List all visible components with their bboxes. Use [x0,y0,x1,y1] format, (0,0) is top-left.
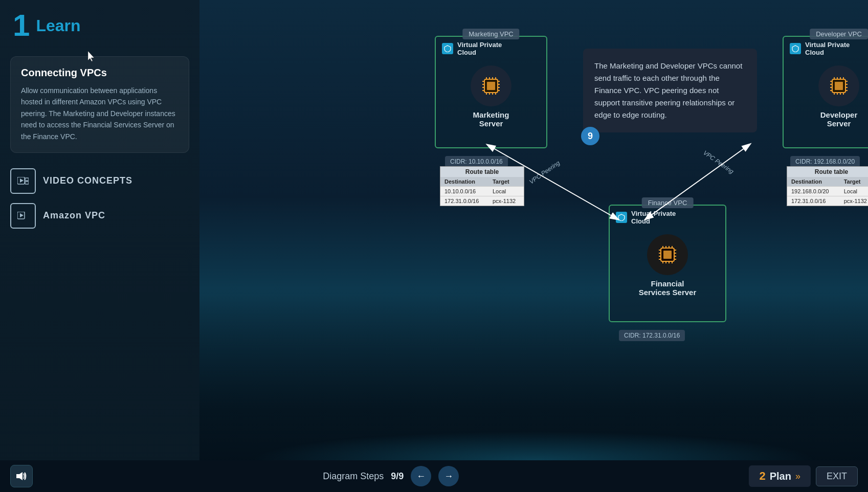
developer-shield-icon [790,43,801,54]
card-body: Allow communication between applications… [21,85,179,142]
marketing-rt-row1: 10.10.0.0/16 Local [440,187,524,196]
marketing-route-table: Route table Destination Target 10.10.0.0… [440,166,524,206]
developer-vpc-title2: Cloud [805,49,850,56]
marketing-vpc-tag: Marketing VPC [462,29,519,39]
marketing-cidr: CIDR: 10.10.0.0/16 [445,156,508,167]
marketing-vpc-inner: Virtual Private Cloud [436,37,546,60]
finance-cidr: CIDR: 172.31.0.0/16 [619,330,685,341]
marketing-vpc-title2: Cloud [457,49,502,56]
svg-rect-29 [835,82,843,90]
finance-shield-icon [616,212,627,223]
developer-vpc-tag: Developer VPC [810,29,868,39]
developer-route-table: Route table Destination Target 192.168.0… [787,166,868,206]
developer-rt-target1: Local [840,187,868,196]
sidebar-number: 1 [13,10,30,41]
plan-number: 2 [759,469,765,483]
plan-button[interactable]: 2 Plan » [749,465,811,487]
card-title: Connecting VPCs [21,67,179,79]
peering-label-right: VPC Peering [702,149,735,175]
step-badge: 9 [581,127,599,145]
tooltip-box: The Marketing and Developer VPCs cannot … [583,49,757,132]
diagram-steps-container: Diagram Steps 9/9 ← → [323,466,459,486]
tooltip-text: The Marketing and Developer VPCs cannot … [594,61,742,119]
finance-vpc-tag: Finance VPC [642,197,694,208]
sidebar: 1 Learn Connecting VPCs Allow communicat… [0,0,199,492]
bottom-bar: Diagram Steps 9/9 ← → 2 Plan » EXIT [0,460,868,492]
prev-step-button[interactable]: ← [411,466,431,486]
developer-route-table-title: Route table [787,167,868,177]
svg-marker-1 [20,178,24,183]
marketing-rt-dest1: 10.10.0.0/16 [440,187,488,196]
marketing-route-table-title: Route table [440,167,524,177]
svg-rect-2 [25,178,29,181]
marketing-cpu-icon [471,65,511,106]
finance-cpu-icon [647,234,688,275]
developer-server-name: DeveloperServer [820,110,858,128]
svg-marker-64 [16,472,23,480]
marketing-server-wrap: MarketingServer [436,60,546,133]
next-step-button[interactable]: → [438,466,459,486]
finance-server-name: FinancialServices Server [639,279,697,297]
marketing-rt-target2: pcx-1132 [488,196,524,206]
sound-button[interactable] [10,465,33,487]
marketing-rt-target1: Local [488,187,524,196]
marketing-rt-dest2: 172.31.0.0/16 [440,196,488,206]
svg-rect-47 [663,251,672,259]
steps-count: 9/9 [391,471,404,482]
plan-arrows-icon: » [795,471,800,482]
marketing-vpc-box: Marketing VPC Virtual Private Cloud [435,36,547,148]
developer-cidr: CIDR: 192.168.0.0/20 [790,156,860,167]
plan-label: Plan [770,471,791,482]
video-concepts-label: VIDEO CONCEPTS [43,175,132,186]
developer-server-wrap: DeveloperServer [784,60,868,133]
developer-vpc-inner: Virtual Private Cloud [784,37,868,60]
developer-rt-col1: Destination [787,177,840,187]
diagram-area: VPC Peering VPC Peering Marketing VPC Vi… [199,0,868,460]
marketing-server-name: MarketingServer [473,110,509,128]
svg-marker-5 [20,213,24,217]
video-concepts-icon [10,168,36,194]
marketing-rt-col2: Target [488,177,524,187]
marketing-vpc-title1: Virtual Private [457,41,502,49]
amazon-vpc-icon [10,203,36,229]
sidebar-header: 1 Learn [0,0,199,51]
developer-cpu-icon [818,65,859,106]
svg-rect-3 [25,182,29,184]
finance-vpc-inner: Virtual Private Cloud [610,206,725,229]
marketing-rt-col1: Destination [440,177,488,187]
developer-rt-dest2: 172.31.0.0/16 [787,196,840,206]
diagram-steps-label: Diagram Steps [323,471,384,482]
finance-vpc-box: Finance VPC Virtual Private Cloud [609,205,726,322]
amazon-vpc-item[interactable]: Amazon VPC [10,203,189,229]
developer-rt-target2: pcx-1132 [840,196,868,206]
video-concepts-item[interactable]: VIDEO CONCEPTS [10,168,189,194]
developer-rt-col2: Target [840,177,868,187]
finance-server-wrap: FinancialServices Server [610,229,725,302]
developer-rt-row1: 192.168.0.0/20 Local [787,187,868,196]
svg-rect-11 [487,82,495,90]
marketing-shield-icon [442,43,453,54]
sidebar-card: Connecting VPCs Allow communication betw… [10,56,189,153]
peering-label-left: VPC Peering [528,159,561,185]
developer-rt-dest1: 192.168.0.0/20 [787,187,840,196]
marketing-rt-row2: 172.31.0.0/16 pcx-1132 [440,196,524,206]
finance-vpc-title1: Virtual Private [631,210,676,217]
finance-vpc-title2: Cloud [631,217,676,225]
developer-vpc-box: Developer VPC Virtual Private Cloud [783,36,868,148]
developer-rt-row2: 172.31.0.0/16 pcx-1132 [787,196,868,206]
amazon-vpc-label: Amazon VPC [43,210,105,221]
exit-button[interactable]: EXIT [816,466,858,486]
sidebar-learn-label: Learn [36,16,80,35]
video-section: VIDEO CONCEPTS Amazon VPC [10,168,189,229]
developer-vpc-title1: Virtual Private [805,41,850,49]
